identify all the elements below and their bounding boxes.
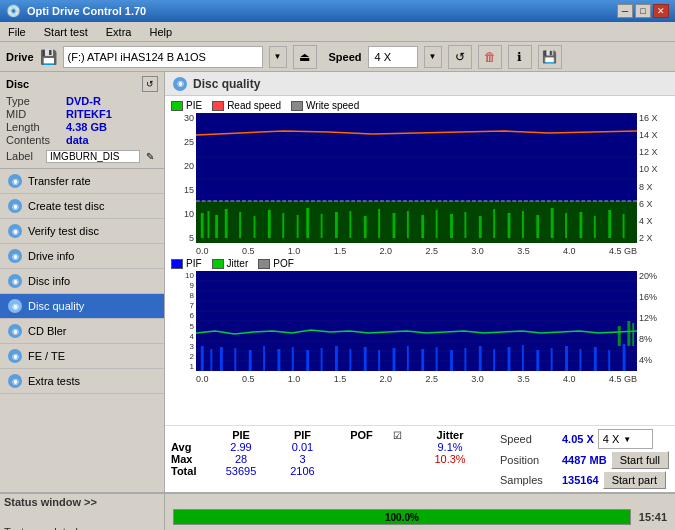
svg-rect-61 xyxy=(349,349,351,371)
stat-max-pif: 3 xyxy=(275,453,330,465)
disc-mid-label: MID xyxy=(6,108,66,120)
verify-test-disc-icon: ◉ xyxy=(8,224,22,238)
svg-rect-74 xyxy=(536,350,539,371)
start-full-button[interactable]: Start full xyxy=(611,451,669,469)
nav-extra-tests[interactable]: ◉ Extra tests xyxy=(0,369,164,394)
drive-dropdown-arrow[interactable]: ▼ xyxy=(269,46,287,68)
disc-refresh-button[interactable]: ↺ xyxy=(142,76,158,92)
time-label: 15:41 xyxy=(639,511,667,523)
chart1-canvas xyxy=(196,113,637,243)
stat-total-pif: 2106 xyxy=(275,465,330,477)
nav-create-test-disc[interactable]: ◉ Create test disc xyxy=(0,194,164,219)
jitter-swatch xyxy=(212,259,224,269)
speed-select[interactable]: 4 X xyxy=(368,46,418,68)
status-left: Status window >> Test completed xyxy=(0,494,165,530)
panel-title: Disc quality xyxy=(193,77,260,91)
svg-rect-60 xyxy=(335,346,338,371)
legend-pif: PIF xyxy=(171,258,202,269)
test-speed-dropdown[interactable]: 4 X ▼ xyxy=(598,429,653,449)
svg-rect-53 xyxy=(234,348,236,371)
status-window-label[interactable]: Status window >> xyxy=(4,496,160,508)
chart2-canvas xyxy=(196,271,637,371)
nav-transfer-rate[interactable]: ◉ Transfer rate xyxy=(0,169,164,194)
right-stats: Speed 4.05 X 4 X ▼ Position 4487 MB Star… xyxy=(500,429,669,489)
write-speed-legend-label: Write speed xyxy=(306,100,359,111)
stat-total-label: Total xyxy=(171,465,207,477)
svg-rect-69 xyxy=(464,348,466,371)
eject-button[interactable]: ⏏ xyxy=(293,45,317,69)
svg-rect-72 xyxy=(508,347,511,371)
drive-value: (F:) ATAPI iHAS124 B A1OS xyxy=(68,51,206,63)
nav-disc-info[interactable]: ◉ Disc info xyxy=(0,269,164,294)
nav-drive-info[interactable]: ◉ Drive info xyxy=(0,244,164,269)
disc-label-row: Label IMGBURN_DIS ✎ xyxy=(6,148,158,164)
nav-create-test-disc-label: Create test disc xyxy=(28,200,104,212)
save-button[interactable]: 💾 xyxy=(538,45,562,69)
extra-tests-icon: ◉ xyxy=(8,374,22,388)
position-stat-row: Position 4487 MB Start full xyxy=(500,451,669,469)
close-button[interactable]: ✕ xyxy=(653,4,669,18)
speed-dropdown-arrow[interactable]: ▼ xyxy=(424,46,442,68)
start-part-button[interactable]: Start part xyxy=(603,471,666,489)
progress-bar: 100.0% xyxy=(173,509,631,525)
svg-rect-35 xyxy=(565,213,567,238)
info-button[interactable]: ℹ xyxy=(508,45,532,69)
menu-help[interactable]: Help xyxy=(145,25,176,39)
stat-check: ☑ xyxy=(393,430,417,441)
nav-disc-quality[interactable]: ◉ Disc quality xyxy=(0,294,164,319)
drive-select[interactable]: (F:) ATAPI iHAS124 B A1OS xyxy=(63,46,263,68)
drive-icon: 💾 xyxy=(40,49,57,65)
pif-swatch xyxy=(171,259,183,269)
transfer-rate-icon: ◉ xyxy=(8,174,22,188)
samples-stat-value: 135164 xyxy=(562,474,599,486)
menu-file[interactable]: File xyxy=(4,25,30,39)
chart2-wrapper: 10 9 8 7 6 5 4 3 2 1 xyxy=(171,271,669,371)
nav-drive-info-label: Drive info xyxy=(28,250,74,262)
refresh-button[interactable]: ↺ xyxy=(448,45,472,69)
menu-extra[interactable]: Extra xyxy=(102,25,136,39)
speed-label: Speed xyxy=(329,51,362,63)
nav-items: ◉ Transfer rate ◉ Create test disc ◉ Ver… xyxy=(0,169,164,492)
svg-rect-25 xyxy=(421,215,424,238)
disc-length-value: 4.38 GB xyxy=(66,121,107,133)
stat-avg-label: Avg xyxy=(171,441,207,453)
nav-verify-test-disc[interactable]: ◉ Verify test disc xyxy=(0,219,164,244)
clear-button[interactable]: 🗑 xyxy=(478,45,502,69)
stats-bottom-area: PIE PIF POF ☑ Jitter Avg 2.99 0.01 9.1% … xyxy=(165,425,675,492)
svg-rect-64 xyxy=(393,348,396,371)
menu-start-test[interactable]: Start test xyxy=(40,25,92,39)
disc-info-icon: ◉ xyxy=(8,274,22,288)
stat-pie-header: PIE xyxy=(211,429,271,441)
disc-label-edit-icon[interactable]: ✎ xyxy=(142,148,158,164)
svg-rect-62 xyxy=(364,347,367,371)
minimize-button[interactable]: ─ xyxy=(617,4,633,18)
disc-info-panel: Disc ↺ Type DVD-R MID RITEKF1 Length 4.3… xyxy=(0,72,164,169)
svg-rect-29 xyxy=(479,216,482,238)
svg-rect-38 xyxy=(608,210,611,238)
read-speed-swatch xyxy=(212,101,224,111)
nav-cd-bler[interactable]: ◉ CD Bler xyxy=(0,319,164,344)
drive-row: Drive 💾 (F:) ATAPI iHAS124 B A1OS ▼ ⏏ Sp… xyxy=(0,42,675,72)
svg-rect-37 xyxy=(594,216,596,238)
svg-rect-55 xyxy=(263,346,265,371)
nav-fe-te[interactable]: ◉ FE / TE xyxy=(0,344,164,369)
svg-rect-56 xyxy=(277,349,280,371)
samples-stat-row: Samples 135164 Start part xyxy=(500,471,669,489)
stat-avg-pie: 2.99 xyxy=(211,441,271,453)
maximize-button[interactable]: □ xyxy=(635,4,651,18)
progress-text: 100.0% xyxy=(174,510,630,526)
status-right: 100.0% 15:41 xyxy=(165,494,675,530)
speed-stat-label: Speed xyxy=(500,433,558,445)
window-controls: ─ □ ✕ xyxy=(617,4,669,18)
create-test-disc-icon: ◉ xyxy=(8,199,22,213)
nav-transfer-rate-label: Transfer rate xyxy=(28,175,91,187)
stat-total-pie: 53695 xyxy=(211,465,271,477)
svg-rect-65 xyxy=(407,346,409,371)
chart1-x-axis: 0.0 0.5 1.0 1.5 2.0 2.5 3.0 3.5 4.0 4.5 … xyxy=(171,246,669,256)
stat-max-label: Max xyxy=(171,453,207,465)
nav-extra-tests-label: Extra tests xyxy=(28,375,80,387)
svg-rect-81 xyxy=(618,326,621,346)
status-bar: Status window >> Test completed 100.0% 1… xyxy=(0,492,675,530)
nav-disc-info-label: Disc info xyxy=(28,275,70,287)
svg-rect-73 xyxy=(522,345,524,371)
